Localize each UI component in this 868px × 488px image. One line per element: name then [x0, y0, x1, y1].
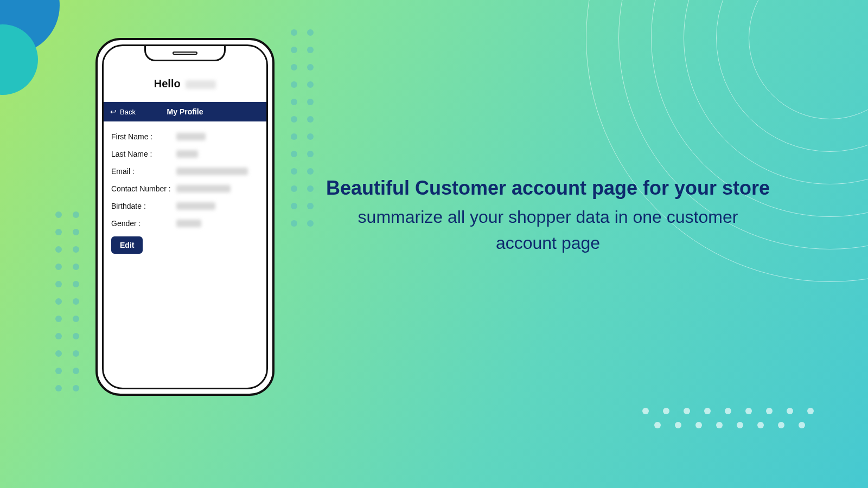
- greeting: Hello: [104, 70, 266, 102]
- greeting-text: Hello: [154, 78, 181, 89]
- label-last-name: Last Name :: [111, 150, 176, 158]
- back-label: Back: [120, 108, 136, 116]
- field-first-name: First Name :: [111, 128, 259, 145]
- marketing-copy: Beautiful Customer account page for your…: [326, 175, 770, 256]
- decor-dots-center: [291, 29, 314, 227]
- field-last-name: Last Name :: [111, 145, 259, 163]
- marketing-subtext: summarize all your shopper data in one c…: [326, 204, 770, 256]
- value-gender-blurred: [176, 220, 201, 227]
- value-email-blurred: [176, 168, 248, 175]
- label-contact: Contact Number :: [111, 184, 176, 193]
- phone-mockup: Hello ↩ Back My Profile First Name :: [95, 38, 275, 396]
- value-first-name-blurred: [176, 133, 206, 140]
- decor-dots-bottom-right: [642, 408, 814, 428]
- field-email: Email :: [111, 163, 259, 180]
- profile-fields: First Name : Last Name : Email : Contact…: [104, 121, 266, 254]
- edit-button[interactable]: Edit: [111, 236, 143, 254]
- promo-canvas: Hello ↩ Back My Profile First Name :: [0, 0, 868, 488]
- back-button[interactable]: ↩ Back: [110, 108, 136, 116]
- profile-navbar: ↩ Back My Profile: [104, 102, 266, 121]
- value-birthdate-blurred: [176, 202, 215, 210]
- field-gender: Gender :: [111, 215, 259, 232]
- value-last-name-blurred: [176, 150, 198, 158]
- marketing-headline: Beautiful Customer account page for your…: [326, 175, 770, 202]
- greeting-name-blurred: [186, 80, 216, 89]
- label-email: Email :: [111, 167, 176, 176]
- label-first-name: First Name :: [111, 132, 176, 141]
- label-gender: Gender :: [111, 219, 176, 228]
- value-contact-blurred: [176, 185, 231, 192]
- back-arrow-icon: ↩: [110, 108, 117, 115]
- label-birthdate: Birthdate :: [111, 202, 176, 210]
- field-birthdate: Birthdate :: [111, 197, 259, 215]
- decor-dots-left: [55, 211, 79, 391]
- phone-screen: Hello ↩ Back My Profile First Name :: [104, 46, 266, 388]
- field-contact: Contact Number :: [111, 180, 259, 197]
- navbar-title: My Profile: [167, 107, 203, 116]
